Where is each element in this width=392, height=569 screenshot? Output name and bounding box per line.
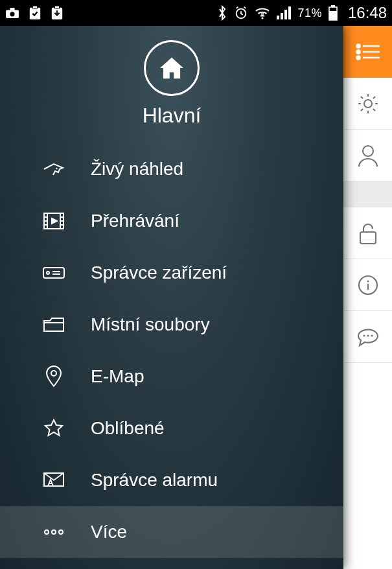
menu-item-favorites[interactable]: Oblíbené: [0, 402, 343, 454]
svg-point-47: [367, 334, 369, 336]
svg-rect-4: [32, 6, 37, 9]
chat-bubble-icon: [356, 327, 380, 347]
status-clock: 16:48: [348, 4, 387, 22]
svg-rect-1: [10, 8, 14, 11]
svg-rect-11: [284, 10, 287, 19]
menu-item-live-view[interactable]: Živý náhled: [0, 143, 343, 195]
more-icon: [40, 529, 67, 535]
menu-label: Správce zařízení: [91, 262, 227, 283]
svg-rect-10: [281, 13, 283, 19]
rail-button-info[interactable]: [343, 259, 392, 311]
info-icon: [357, 274, 379, 296]
svg-point-26: [47, 272, 49, 274]
menu-item-alarm-manager[interactable]: Správce alarmu: [0, 454, 343, 506]
battery-icon: [329, 5, 338, 21]
alarm-manager-icon: [40, 472, 67, 489]
lock-open-icon: [358, 222, 378, 245]
svg-point-32: [52, 530, 56, 534]
svg-rect-6: [54, 6, 59, 9]
rail-spacer: [343, 181, 392, 207]
wifi-icon: [255, 6, 270, 19]
battery-percentage: 71%: [297, 6, 322, 20]
navigation-drawer: Hlavní Živý náhled Přehrávání Správce za…: [0, 26, 343, 569]
android-status-bar: 71% 16:48: [0, 0, 392, 26]
playback-icon: [40, 212, 67, 230]
camera-view-icon: [40, 160, 67, 178]
alarm-clock-icon: [234, 6, 248, 20]
menu-item-device-manager[interactable]: Správce zařízení: [0, 247, 343, 299]
camera-notification-icon: [5, 7, 19, 19]
home-button[interactable]: [144, 40, 200, 96]
svg-point-29: [51, 371, 56, 376]
user-icon: [357, 144, 379, 167]
menu-item-local-files[interactable]: Místní soubory: [0, 299, 343, 351]
menu-label: Správce alarmu: [91, 470, 218, 491]
svg-point-8: [262, 17, 264, 19]
gear-icon: [356, 92, 380, 115]
menu-item-emap[interactable]: E-Map: [0, 351, 343, 402]
menu-label: Oblíbené: [91, 418, 165, 439]
folder-icon: [40, 316, 67, 334]
svg-point-41: [363, 146, 373, 156]
svg-point-44: [367, 280, 369, 282]
svg-rect-15: [329, 11, 337, 20]
clipboard-download-icon: [51, 6, 63, 20]
menu-label: Místní soubory: [91, 314, 210, 335]
svg-point-2: [10, 12, 14, 16]
app-root: Hlavní Živý náhled Přehrávání Správce za…: [0, 26, 392, 569]
bluetooth-icon: [217, 5, 227, 21]
svg-rect-12: [288, 6, 291, 19]
svg-point-46: [363, 334, 365, 336]
clipboard-check-icon: [29, 6, 41, 20]
list-icon: [355, 43, 381, 61]
svg-point-40: [364, 100, 372, 108]
svg-point-34: [356, 45, 360, 48]
menu-item-playback[interactable]: Přehrávání: [0, 195, 343, 247]
menu-item-more[interactable]: Více: [0, 506, 343, 558]
map-pin-icon: [40, 366, 67, 388]
svg-point-38: [356, 56, 360, 60]
drawer-title: Hlavní: [0, 104, 343, 128]
rail-button-settings[interactable]: [343, 78, 392, 130]
menu-label: Více: [91, 522, 127, 542]
svg-rect-9: [277, 16, 279, 19]
menu-label: Živý náhled: [91, 159, 183, 180]
rail-button-lock[interactable]: [343, 207, 392, 259]
rail-button-chat[interactable]: [343, 311, 392, 363]
menu-label: E-Map: [91, 366, 144, 387]
svg-point-33: [59, 530, 63, 534]
rail-button-list[interactable]: [343, 26, 392, 78]
menu-label: Přehrávání: [91, 211, 179, 231]
rail-button-user[interactable]: [343, 130, 392, 181]
svg-point-48: [371, 334, 373, 336]
right-action-rail: [343, 26, 392, 569]
drawer-menu: Živý náhled Přehrávání Správce zařízení …: [0, 143, 343, 558]
device-manager-icon: [40, 265, 67, 281]
svg-rect-42: [360, 232, 376, 244]
favorites-star-icon: [40, 418, 67, 439]
svg-point-31: [45, 530, 49, 534]
cellular-signal-icon: [277, 6, 291, 19]
svg-point-36: [356, 51, 360, 54]
home-icon: [159, 56, 185, 80]
